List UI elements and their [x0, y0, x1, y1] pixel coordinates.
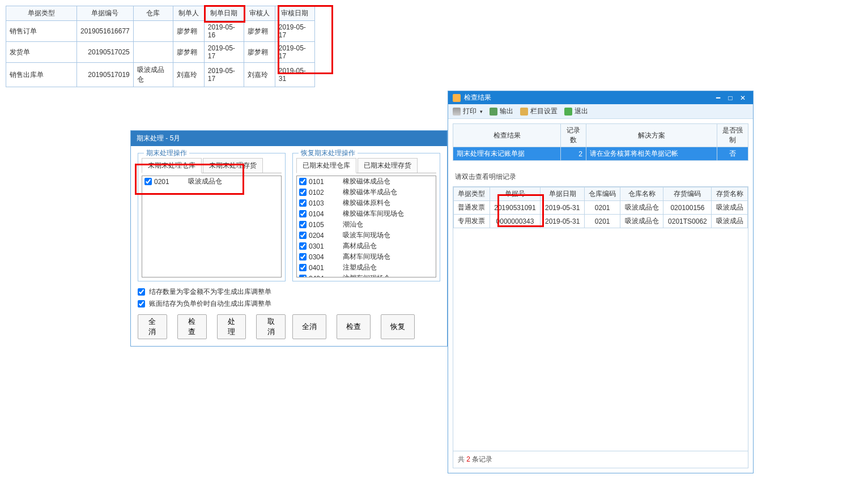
table-cell: 吸波成品仓 — [133, 63, 173, 87]
table-cell: 廖梦翱 — [244, 42, 275, 63]
col-creator: 制单人 — [173, 6, 204, 21]
table-row[interactable]: 销售订单2019051616677廖梦翱2019-05-16廖梦翱2019-05… — [6, 21, 315, 42]
col-doc-no: 单据编号 — [77, 6, 134, 21]
table-row[interactable]: 销售出库单20190517019吸波成品仓刘嘉玲2019-05-17刘嘉玲201… — [6, 63, 315, 87]
table-cell: 2019-05-17 — [275, 21, 314, 42]
table-cell: 廖梦翱 — [173, 21, 204, 42]
col-auditor: 审核人 — [244, 6, 275, 21]
table-cell: 2019051616677 — [77, 21, 134, 42]
table-cell: 2019-05-17 — [204, 63, 244, 87]
table-cell — [133, 42, 173, 63]
documents-table: 单据类型 单据编号 仓库 制单人 制单日期 审核人 审核日期 销售订单20190… — [6, 6, 315, 87]
table-cell — [133, 21, 173, 42]
table-cell: 2019-05-17 — [204, 42, 244, 63]
table-cell: 2019-05-17 — [275, 42, 314, 63]
table-cell: 廖梦翱 — [244, 21, 275, 42]
table-row[interactable]: 发货单20190517025廖梦翱2019-05-17廖梦翱2019-05-17 — [6, 42, 315, 63]
table-cell: 廖梦翱 — [173, 42, 204, 63]
table-header-row: 单据类型 单据编号 仓库 制单人 制单日期 审核人 审核日期 — [6, 6, 315, 21]
table-cell: 2019-05-16 — [204, 21, 244, 42]
col-warehouse: 仓库 — [133, 6, 173, 21]
table-cell: 销售订单 — [6, 21, 77, 42]
table-cell: 销售出库单 — [6, 63, 77, 87]
table-cell: 20190517019 — [77, 63, 134, 87]
table-cell: 发货单 — [6, 42, 77, 63]
col-doc-type: 单据类型 — [6, 6, 77, 21]
table-cell: 20190517025 — [77, 42, 134, 63]
col-audit-date: 审核日期 — [275, 6, 314, 21]
col-create-date: 制单日期 — [204, 6, 244, 21]
table-cell: 刘嘉玲 — [244, 63, 275, 87]
table-cell: 刘嘉玲 — [173, 63, 204, 87]
table-cell: 2019-05-31 — [275, 63, 314, 87]
